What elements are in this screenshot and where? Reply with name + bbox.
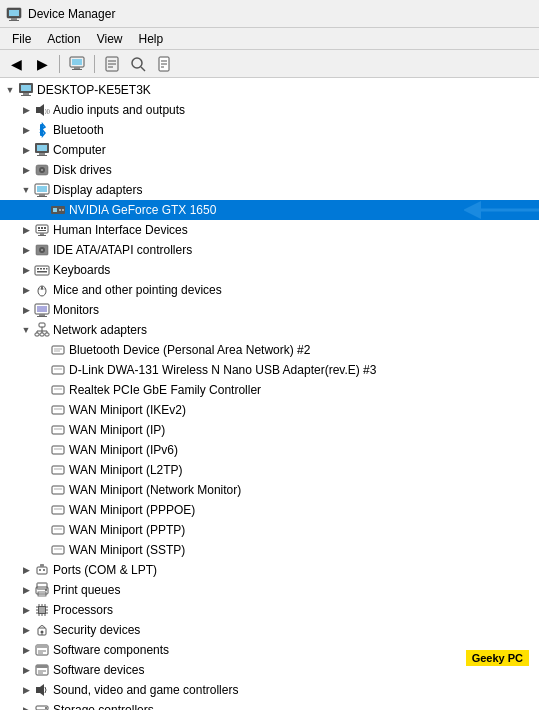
audio-expand[interactable]: ▶: [18, 102, 34, 118]
root-label: DESKTOP-KE5ET3K: [37, 83, 535, 97]
root-expand[interactable]: ▼: [2, 82, 18, 98]
mice-expand[interactable]: ▶: [18, 282, 34, 298]
tree-item-ide[interactable]: ▶ IDE ATA/ATAPI controllers: [0, 240, 539, 260]
forward-button[interactable]: ▶: [30, 53, 54, 75]
print-expand[interactable]: ▶: [18, 582, 34, 598]
net4-label: WAN Miniport (IKEv2): [69, 403, 535, 417]
processors-expand[interactable]: ▶: [18, 602, 34, 618]
computer-button[interactable]: [65, 53, 89, 75]
softcomp-icon: [34, 642, 50, 658]
tree-item-net9[interactable]: WAN Miniport (PPPOE): [0, 500, 539, 520]
net3-label: Realtek PCIe GbE Family Controller: [69, 383, 535, 397]
tree-item-ports[interactable]: ▶ Ports (COM & LPT): [0, 560, 539, 580]
tree-item-keyboard[interactable]: ▶ Keyboards: [0, 260, 539, 280]
display-expand[interactable]: ▼: [18, 182, 34, 198]
device-tree[interactable]: ▼ DESKTOP-KE5ET3K ▶ )))) A: [0, 78, 539, 710]
sound-icon: [34, 682, 50, 698]
net10-label: WAN Miniport (PPTP): [69, 523, 535, 537]
disk-icon: [34, 162, 50, 178]
ports-expand[interactable]: ▶: [18, 562, 34, 578]
tree-item-mice[interactable]: ▶ Mice and other pointing devices: [0, 280, 539, 300]
tree-item-net6[interactable]: WAN Miniport (IPv6): [0, 440, 539, 460]
tree-item-computer[interactable]: ▶ Computer: [0, 140, 539, 160]
ide-expand[interactable]: ▶: [18, 242, 34, 258]
net6-icon: [50, 442, 66, 458]
net7-no-expand: [34, 462, 50, 478]
tree-item-monitors[interactable]: ▶ Monitors: [0, 300, 539, 320]
tree-item-softcomp[interactable]: ▶ Software components: [0, 640, 539, 660]
softdev-expand[interactable]: ▶: [18, 662, 34, 678]
menu-help[interactable]: Help: [131, 30, 172, 48]
disk-expand[interactable]: ▶: [18, 162, 34, 178]
scan-button[interactable]: [126, 53, 150, 75]
tree-item-bluetooth[interactable]: ▶ Bluetooth: [0, 120, 539, 140]
menu-file[interactable]: File: [4, 30, 39, 48]
properties-button[interactable]: [100, 53, 124, 75]
tree-item-gpu[interactable]: NVIDIA GeForce GTX 1650: [0, 200, 539, 220]
svg-rect-95: [52, 546, 64, 554]
net4-no-expand: [34, 402, 50, 418]
security-expand[interactable]: ▶: [18, 622, 34, 638]
svg-rect-7: [72, 69, 82, 70]
network-expand[interactable]: ▼: [18, 322, 34, 338]
svg-point-132: [45, 707, 47, 709]
svg-rect-74: [52, 346, 64, 354]
tree-item-net7[interactable]: WAN Miniport (L2TP): [0, 460, 539, 480]
tree-item-network[interactable]: ▼ Network adapters: [0, 320, 539, 340]
tree-item-audio[interactable]: ▶ )))) Audio inputs and outputs: [0, 100, 539, 120]
tree-item-net3[interactable]: Realtek PCIe GbE Family Controller: [0, 380, 539, 400]
tree-item-security[interactable]: ▶ Security devices: [0, 620, 539, 640]
tree-item-processors[interactable]: ▶ Proces: [0, 600, 539, 620]
tree-item-net8[interactable]: WAN Miniport (Network Monitor): [0, 480, 539, 500]
display-label: Display adapters: [53, 183, 535, 197]
menu-view[interactable]: View: [89, 30, 131, 48]
tree-item-softdev[interactable]: ▶ Software devices: [0, 660, 539, 680]
svg-rect-64: [37, 316, 47, 317]
storage-expand[interactable]: ▶: [18, 702, 34, 710]
arrow-icon: [464, 199, 539, 221]
back-button[interactable]: ◀: [4, 53, 28, 75]
tree-root[interactable]: ▼ DESKTOP-KE5ET3K: [0, 80, 539, 100]
toolbar: ◀ ▶: [0, 50, 539, 78]
tree-item-net5[interactable]: WAN Miniport (IP): [0, 420, 539, 440]
softcomp-expand[interactable]: ▶: [18, 642, 34, 658]
net2-label: D-Link DWA-131 Wireless N Nano USB Adapt…: [69, 363, 535, 377]
monitors-icon: [34, 302, 50, 318]
tree-item-hid[interactable]: ▶ Human Interface Devices: [0, 220, 539, 240]
tree-item-net10[interactable]: WAN Miniport (PPTP): [0, 520, 539, 540]
tree-item-disk[interactable]: ▶ Disk drives: [0, 160, 539, 180]
tree-item-display[interactable]: ▼ Display adapters: [0, 180, 539, 200]
audio-label: Audio inputs and outputs: [53, 103, 535, 117]
menu-action[interactable]: Action: [39, 30, 88, 48]
tree-item-net2[interactable]: D-Link DWA-131 Wireless N Nano USB Adapt…: [0, 360, 539, 380]
watermark: Geeky PC: [466, 650, 529, 666]
svg-rect-47: [38, 235, 46, 236]
tree-item-sound[interactable]: ▶ Sound, video and game controllers: [0, 680, 539, 700]
net10-icon: [50, 522, 66, 538]
net8-no-expand: [34, 482, 50, 498]
computer-expand[interactable]: ▶: [18, 142, 34, 158]
root-computer-icon: [18, 82, 34, 98]
net10-no-expand: [34, 522, 50, 538]
bluetooth-expand[interactable]: ▶: [18, 122, 34, 138]
sound-expand[interactable]: ▶: [18, 682, 34, 698]
svg-text:)))): )))): [45, 108, 50, 114]
hid-label: Human Interface Devices: [53, 223, 535, 237]
net5-icon: [50, 422, 66, 438]
net9-icon: [50, 502, 66, 518]
softdev-icon: [34, 662, 50, 678]
tree-item-print[interactable]: ▶ Print queues: [0, 580, 539, 600]
svg-rect-77: [52, 366, 64, 374]
tree-item-net4[interactable]: WAN Miniport (IKEv2): [0, 400, 539, 420]
svg-rect-67: [40, 333, 44, 336]
net11-label: WAN Miniport (SSTP): [69, 543, 535, 557]
tree-item-net11[interactable]: WAN Miniport (SSTP): [0, 540, 539, 560]
help-button[interactable]: [152, 53, 176, 75]
monitors-expand[interactable]: ▶: [18, 302, 34, 318]
tree-item-storage[interactable]: ▶ Storage controllers: [0, 700, 539, 710]
tree-item-net1[interactable]: Bluetooth Device (Personal Area Network)…: [0, 340, 539, 360]
svg-rect-46: [40, 233, 44, 235]
svg-rect-43: [41, 227, 43, 229]
keyboard-expand[interactable]: ▶: [18, 262, 34, 278]
hid-expand[interactable]: ▶: [18, 222, 34, 238]
